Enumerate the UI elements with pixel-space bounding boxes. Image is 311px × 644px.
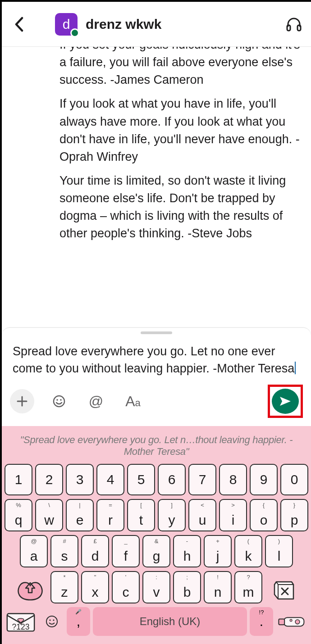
envelope-symbols-icon: ?123 [5, 609, 37, 634]
svg-point-4 [60, 399, 62, 401]
key-3[interactable]: 3 [66, 464, 94, 495]
svg-point-8 [49, 619, 50, 621]
key-h[interactable]: -h [173, 535, 201, 567]
key-w[interactable]: \w [35, 499, 63, 531]
key-2[interactable]: 2 [35, 464, 63, 495]
send-icon [279, 396, 292, 407]
huddle-button[interactable] [285, 16, 303, 32]
mention-button[interactable]: @ [84, 389, 108, 413]
plus-icon [16, 395, 28, 407]
message-text: If you set your goals ridiculously high … [59, 47, 302, 89]
message-input[interactable]: Spread love everywhere you go. Let no on… [2, 335, 311, 380]
message-text: If you look at what you have in life, yo… [59, 95, 302, 166]
message-list[interactable]: If you set your goals ridiculously high … [2, 47, 311, 327]
backspace-key[interactable] [265, 575, 300, 603]
keyboard-suggestion[interactable]: "Spread love everywhere you go. Let n…th… [5, 431, 308, 464]
svg-point-7 [46, 616, 57, 627]
svg-point-3 [56, 399, 58, 401]
key-a[interactable]: @a [20, 535, 48, 567]
key-x[interactable]: "x [81, 571, 109, 603]
key-5[interactable]: 5 [127, 464, 155, 495]
key-s[interactable]: #s [50, 535, 78, 567]
key-j[interactable]: +j [204, 535, 232, 567]
symbols-key[interactable]: ?123 [5, 607, 37, 636]
key-t[interactable]: [t [127, 499, 155, 531]
back-button[interactable] [10, 17, 28, 32]
composer-toolbar: @ Aa [2, 380, 311, 426]
key-9[interactable]: 9 [250, 464, 278, 495]
svg-rect-10 [284, 617, 304, 626]
svg-point-13 [290, 619, 292, 621]
drag-handle[interactable] [141, 331, 172, 334]
asdf-row: @a #s £d _f &g -h +j (k )l [5, 535, 308, 567]
period-key[interactable]: !?. [250, 607, 273, 636]
attach-button[interactable] [10, 389, 34, 413]
key-1[interactable]: 1 [5, 464, 32, 495]
qwerty-row: %q \w |e =r [t ]y <u >i {o }p [5, 499, 308, 531]
peach-shift-icon [14, 575, 46, 603]
space-key[interactable]: English (UK) [93, 607, 247, 636]
key-i[interactable]: >i [219, 499, 247, 531]
key-r[interactable]: =r [96, 499, 124, 531]
key-4[interactable]: 4 [96, 464, 124, 495]
headphones-icon [286, 16, 302, 32]
presence-indicator [70, 28, 79, 37]
contact-name[interactable]: drenz wkwk [86, 17, 285, 32]
svg-point-12 [295, 620, 300, 624]
key-m[interactable]: ?m [234, 571, 262, 603]
message-text: Your time is limited, so don't waste it … [59, 172, 302, 243]
smile-icon [45, 615, 59, 628]
smile-icon [52, 395, 66, 408]
key-f[interactable]: _f [112, 535, 140, 567]
formatting-button[interactable]: Aa [121, 389, 145, 413]
key-0[interactable]: 0 [280, 464, 308, 495]
text-cursor [295, 362, 296, 374]
key-c[interactable]: 'c [112, 571, 140, 603]
key-g[interactable]: &g [142, 535, 170, 567]
conversation-header: d drenz wkwk [2, 2, 311, 47]
milk-backspace-icon [266, 575, 299, 603]
key-k[interactable]: (k [234, 535, 262, 567]
emoji-button[interactable] [47, 389, 71, 413]
svg-text:?123: ?123 [12, 622, 30, 631]
draft-text: Spread love everywhere you go. Let no on… [13, 345, 294, 375]
key-l[interactable]: )l [265, 535, 293, 567]
send-button[interactable] [272, 389, 299, 414]
key-n[interactable]: !n [204, 571, 232, 603]
key-p[interactable]: }p [280, 499, 308, 531]
svg-point-9 [53, 619, 54, 621]
key-d[interactable]: £d [81, 535, 109, 567]
highlight-box [268, 385, 303, 418]
key-8[interactable]: 8 [219, 464, 247, 495]
key-o[interactable]: {o [250, 499, 278, 531]
bottom-row: ?123 🎤, English (UK) !?. [5, 607, 308, 636]
key-z[interactable]: *z [50, 571, 78, 603]
bottle-enter-icon [276, 610, 308, 633]
chevron-left-icon [14, 17, 24, 32]
avatar[interactable]: d [55, 13, 78, 36]
virtual-keyboard: "Spread love everywhere you go. Let n…th… [2, 426, 311, 644]
svg-point-2 [54, 396, 64, 407]
key-e[interactable]: |e [66, 499, 94, 531]
key-q[interactable]: %q [5, 499, 32, 531]
shift-key[interactable] [13, 575, 48, 603]
svg-rect-11 [279, 619, 284, 625]
key-u[interactable]: <u [188, 499, 216, 531]
message-composer: Spread love everywhere you go. Let no on… [2, 327, 311, 426]
enter-key[interactable] [276, 607, 308, 636]
formatting-icon: Aa [125, 393, 141, 410]
key-b[interactable]: ;b [173, 571, 201, 603]
key-y[interactable]: ]y [158, 499, 186, 531]
key-v[interactable]: :v [142, 571, 170, 603]
key-7[interactable]: 7 [188, 464, 216, 495]
number-row: 1 2 3 4 5 6 7 8 9 0 [5, 464, 308, 495]
emoji-key[interactable] [40, 607, 64, 636]
zxcv-row: *z "x 'c :v ;b !n ?m [5, 571, 308, 603]
comma-key[interactable]: 🎤, [67, 607, 90, 636]
key-6[interactable]: 6 [158, 464, 186, 495]
